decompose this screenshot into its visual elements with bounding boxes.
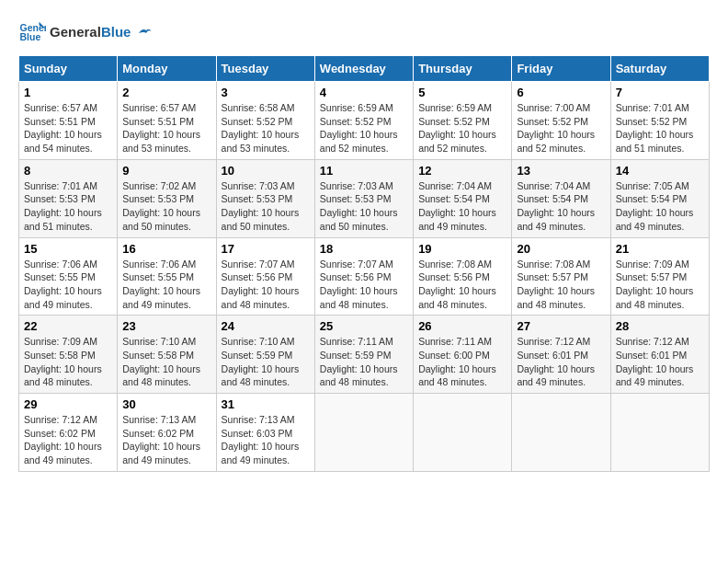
day-info: Sunrise: 7:00 AMSunset: 5:52 PMDaylight:…: [517, 101, 605, 155]
day-info: Sunrise: 7:07 AMSunset: 5:56 PMDaylight:…: [222, 258, 310, 312]
day-info: Sunrise: 7:12 AMSunset: 6:01 PMDaylight:…: [517, 335, 605, 389]
table-row: 14 Sunrise: 7:05 AMSunset: 5:54 PMDaylig…: [610, 159, 709, 237]
col-friday: Friday: [512, 56, 610, 82]
table-row: 19 Sunrise: 7:08 AMSunset: 5:56 PMDaylig…: [414, 237, 512, 316]
calendar-week-row: 1 Sunrise: 6:57 AMSunset: 5:51 PMDayligh…: [19, 82, 710, 160]
logo-icon: General Blue: [18, 18, 46, 46]
day-info: Sunrise: 7:06 AMSunset: 5:55 PMDaylight:…: [24, 258, 112, 312]
table-row: 16 Sunrise: 7:06 AMSunset: 5:55 PMDaylig…: [118, 237, 216, 316]
header-row: Sunday Monday Tuesday Wednesday Thursday…: [19, 56, 710, 82]
day-info: Sunrise: 7:03 AMSunset: 5:53 PMDaylight:…: [222, 179, 310, 234]
table-row: 5 Sunrise: 6:59 AMSunset: 5:52 PMDayligh…: [414, 82, 512, 160]
day-info: Sunrise: 7:01 AMSunset: 5:52 PMDaylight:…: [616, 101, 704, 155]
day-number: 1: [24, 86, 112, 99]
table-row: 30 Sunrise: 7:13 AMSunset: 6:02 PMDaylig…: [118, 394, 216, 472]
table-row: 22 Sunrise: 7:09 AMSunset: 5:58 PMDaylig…: [19, 316, 118, 394]
col-wednesday: Wednesday: [314, 56, 413, 82]
day-info: Sunrise: 7:02 AMSunset: 5:53 PMDaylight:…: [122, 179, 210, 234]
table-row: [610, 394, 709, 472]
day-info: Sunrise: 7:04 AMSunset: 5:54 PMDaylight:…: [517, 179, 605, 234]
table-row: 23 Sunrise: 7:10 AMSunset: 5:58 PMDaylig…: [118, 316, 216, 394]
svg-text:Blue: Blue: [20, 31, 41, 42]
day-number: 18: [320, 242, 408, 256]
table-row: [414, 394, 512, 472]
day-info: Sunrise: 7:12 AMSunset: 6:01 PMDaylight:…: [616, 335, 704, 389]
day-number: 17: [222, 242, 310, 256]
day-info: Sunrise: 6:57 AMSunset: 5:51 PMDaylight:…: [24, 101, 112, 155]
day-number: 19: [418, 242, 506, 256]
day-info: Sunrise: 7:12 AMSunset: 6:02 PMDaylight:…: [24, 413, 112, 467]
table-row: 31 Sunrise: 7:13 AMSunset: 6:03 PMDaylig…: [216, 394, 314, 472]
day-number: 30: [122, 397, 210, 411]
calendar-week-row: 15 Sunrise: 7:06 AMSunset: 5:55 PMDaylig…: [19, 237, 710, 316]
day-number: 22: [24, 319, 112, 333]
day-number: 7: [616, 86, 704, 99]
table-row: 8 Sunrise: 7:01 AMSunset: 5:53 PMDayligh…: [19, 159, 118, 237]
day-number: 28: [616, 319, 704, 333]
col-monday: Monday: [118, 56, 216, 82]
day-number: 27: [517, 319, 605, 333]
table-row: 6 Sunrise: 7:00 AMSunset: 5:52 PMDayligh…: [512, 82, 610, 160]
day-info: Sunrise: 6:59 AMSunset: 5:52 PMDaylight:…: [418, 101, 506, 155]
day-info: Sunrise: 7:10 AMSunset: 5:59 PMDaylight:…: [222, 335, 310, 389]
table-row: 2 Sunrise: 6:57 AMSunset: 5:51 PMDayligh…: [118, 82, 216, 160]
day-number: 13: [517, 164, 605, 178]
day-number: 12: [418, 164, 506, 178]
day-number: 24: [222, 319, 310, 333]
calendar-table: Sunday Monday Tuesday Wednesday Thursday…: [18, 55, 710, 472]
day-number: 15: [24, 242, 112, 256]
day-info: Sunrise: 7:03 AMSunset: 5:53 PMDaylight:…: [320, 179, 408, 234]
day-number: 23: [122, 319, 210, 333]
table-row: 4 Sunrise: 6:59 AMSunset: 5:52 PMDayligh…: [314, 82, 413, 160]
col-saturday: Saturday: [610, 56, 709, 82]
day-info: Sunrise: 6:59 AMSunset: 5:52 PMDaylight:…: [320, 101, 408, 155]
day-info: Sunrise: 7:11 AMSunset: 5:59 PMDaylight:…: [320, 335, 408, 389]
calendar-week-row: 29 Sunrise: 7:12 AMSunset: 6:02 PMDaylig…: [19, 394, 710, 472]
table-row: 15 Sunrise: 7:06 AMSunset: 5:55 PMDaylig…: [19, 237, 118, 316]
logo-text: GeneralBlue: [50, 24, 152, 40]
table-row: 11 Sunrise: 7:03 AMSunset: 5:53 PMDaylig…: [314, 159, 413, 237]
calendar-week-row: 22 Sunrise: 7:09 AMSunset: 5:58 PMDaylig…: [19, 316, 710, 394]
day-info: Sunrise: 7:13 AMSunset: 6:03 PMDaylight:…: [222, 413, 310, 467]
day-number: 21: [616, 242, 704, 256]
day-number: 20: [517, 242, 605, 256]
day-number: 11: [320, 164, 408, 178]
day-info: Sunrise: 6:58 AMSunset: 5:52 PMDaylight:…: [222, 101, 310, 155]
logo-bird-icon: [137, 26, 152, 40]
table-row: 12 Sunrise: 7:04 AMSunset: 5:54 PMDaylig…: [414, 159, 512, 237]
table-row: 28 Sunrise: 7:12 AMSunset: 6:01 PMDaylig…: [610, 316, 709, 394]
table-row: 1 Sunrise: 6:57 AMSunset: 5:51 PMDayligh…: [19, 82, 118, 160]
day-info: Sunrise: 7:07 AMSunset: 5:56 PMDaylight:…: [320, 258, 408, 312]
col-thursday: Thursday: [414, 56, 512, 82]
day-info: Sunrise: 7:08 AMSunset: 5:57 PMDaylight:…: [517, 258, 605, 312]
day-number: 25: [320, 319, 408, 333]
table-row: 18 Sunrise: 7:07 AMSunset: 5:56 PMDaylig…: [314, 237, 413, 316]
day-number: 26: [418, 319, 506, 333]
day-number: 5: [418, 86, 506, 99]
table-row: [512, 394, 610, 472]
table-row: 17 Sunrise: 7:07 AMSunset: 5:56 PMDaylig…: [216, 237, 314, 316]
table-row: 9 Sunrise: 7:02 AMSunset: 5:53 PMDayligh…: [118, 159, 216, 237]
day-info: Sunrise: 7:09 AMSunset: 5:57 PMDaylight:…: [616, 258, 704, 312]
day-info: Sunrise: 7:13 AMSunset: 6:02 PMDaylight:…: [122, 413, 210, 467]
day-info: Sunrise: 6:57 AMSunset: 5:51 PMDaylight:…: [122, 101, 210, 155]
col-sunday: Sunday: [19, 56, 118, 82]
table-row: 27 Sunrise: 7:12 AMSunset: 6:01 PMDaylig…: [512, 316, 610, 394]
day-info: Sunrise: 7:10 AMSunset: 5:58 PMDaylight:…: [122, 335, 210, 389]
table-row: 29 Sunrise: 7:12 AMSunset: 6:02 PMDaylig…: [19, 394, 118, 472]
day-info: Sunrise: 7:09 AMSunset: 5:58 PMDaylight:…: [24, 335, 112, 389]
col-tuesday: Tuesday: [216, 56, 314, 82]
table-row: 24 Sunrise: 7:10 AMSunset: 5:59 PMDaylig…: [216, 316, 314, 394]
table-row: 20 Sunrise: 7:08 AMSunset: 5:57 PMDaylig…: [512, 237, 610, 316]
day-number: 9: [122, 164, 210, 178]
day-number: 14: [616, 164, 704, 178]
table-row: 25 Sunrise: 7:11 AMSunset: 5:59 PMDaylig…: [314, 316, 413, 394]
day-number: 4: [320, 86, 408, 99]
table-row: 26 Sunrise: 7:11 AMSunset: 6:00 PMDaylig…: [414, 316, 512, 394]
day-info: Sunrise: 7:04 AMSunset: 5:54 PMDaylight:…: [418, 179, 506, 234]
day-info: Sunrise: 7:11 AMSunset: 6:00 PMDaylight:…: [418, 335, 506, 389]
calendar-body: 1 Sunrise: 6:57 AMSunset: 5:51 PMDayligh…: [19, 82, 710, 472]
day-number: 6: [517, 86, 605, 99]
page-header: General Blue GeneralBlue: [18, 18, 710, 46]
day-info: Sunrise: 7:01 AMSunset: 5:53 PMDaylight:…: [24, 179, 112, 234]
